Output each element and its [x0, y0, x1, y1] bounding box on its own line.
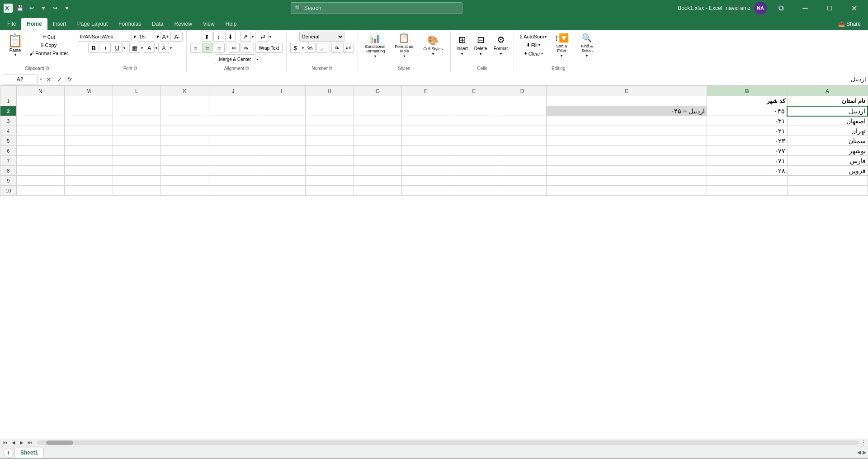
clear-dropdown-icon[interactable]: ▾: [541, 52, 543, 56]
cell-H5[interactable]: [305, 136, 354, 146]
cell-M10[interactable]: [65, 186, 113, 196]
cell-C4[interactable]: [546, 126, 707, 136]
merge-center-dropdown-icon[interactable]: ▾: [256, 57, 258, 61]
sheet-last-btn[interactable]: ⏭: [26, 439, 33, 446]
cell-F5[interactable]: [402, 136, 450, 146]
fill-color-button[interactable]: A: [144, 43, 155, 53]
cell-K7[interactable]: [161, 156, 209, 166]
cell-H9[interactable]: [305, 176, 354, 186]
borders-button[interactable]: ▦: [129, 43, 140, 53]
format-painter-button[interactable]: 🖌 Format Painter: [28, 50, 70, 57]
col-header-N[interactable]: N: [16, 86, 65, 96]
cell-I10[interactable]: [257, 186, 306, 196]
cell-L8[interactable]: [113, 166, 161, 176]
cell-A1[interactable]: نام استان: [787, 96, 868, 106]
cell-B5[interactable]: ۰۲۳: [707, 136, 788, 146]
cell-K4[interactable]: [161, 126, 209, 136]
cell-B9[interactable]: [707, 176, 788, 186]
decrease-decimal-button[interactable]: ◂.0: [343, 43, 354, 53]
minimize-btn[interactable]: ─: [795, 0, 816, 16]
cell-D5[interactable]: [498, 136, 547, 146]
cell-F3[interactable]: [402, 116, 450, 126]
cell-I3[interactable]: [257, 116, 306, 126]
cell-K5[interactable]: [161, 136, 209, 146]
tab-formulas[interactable]: Formulas: [113, 18, 146, 30]
cell-D6[interactable]: [498, 146, 547, 156]
cell-G7[interactable]: [354, 156, 402, 166]
align-center-button[interactable]: ≡: [202, 43, 213, 53]
cell-F6[interactable]: [402, 146, 450, 156]
increase-decimal-button[interactable]: .0▸: [331, 43, 342, 53]
cell-H7[interactable]: [305, 156, 354, 166]
cell-B10[interactable]: [707, 186, 788, 196]
col-header-K[interactable]: K: [161, 86, 209, 96]
cell-E6[interactable]: [450, 146, 498, 156]
cell-F4[interactable]: [402, 126, 450, 136]
currency-button[interactable]: $: [290, 43, 301, 53]
cell-C5[interactable]: [546, 136, 707, 146]
cell-F2[interactable]: [402, 106, 450, 116]
cell-A3[interactable]: اصفهان: [787, 116, 868, 126]
paste-dropdown-icon[interactable]: ▾: [14, 53, 16, 57]
bold-button[interactable]: B: [88, 43, 99, 53]
col-header-I[interactable]: I: [257, 86, 306, 96]
sheet-nav-left-icon[interactable]: ◀: [857, 450, 861, 455]
wrap-text-button[interactable]: Wrap Text: [255, 43, 283, 53]
number-dialog-icon[interactable]: ⧉: [329, 66, 332, 71]
comma-button[interactable]: ,: [316, 43, 327, 53]
cell-reference-box[interactable]: [2, 75, 38, 84]
cell-J7[interactable]: [209, 156, 257, 166]
align-right-button[interactable]: ≡: [214, 43, 225, 53]
cell-C2[interactable]: اردبیل = ۰۴۵: [546, 106, 707, 116]
format-cells-button[interactable]: ⚙ Format ▾: [491, 33, 510, 58]
cell-F10[interactable]: [402, 186, 450, 196]
copy-button[interactable]: ⎘ Copy: [28, 42, 70, 49]
col-header-B[interactable]: B: [707, 86, 788, 96]
restore-window-btn[interactable]: ⧉: [770, 0, 791, 16]
percent-button[interactable]: %: [305, 43, 316, 53]
sheet-nav-right-icon[interactable]: ▶: [863, 450, 866, 455]
cell-I9[interactable]: [257, 176, 306, 186]
indent-decrease-button[interactable]: ⇐: [229, 43, 240, 53]
cell-K2[interactable]: [161, 106, 209, 116]
cell-I5[interactable]: [257, 136, 306, 146]
cell-D9[interactable]: [498, 176, 547, 186]
col-header-H[interactable]: H: [305, 86, 354, 96]
clear-button[interactable]: ✦ Clear ▾: [518, 50, 548, 57]
cell-F1[interactable]: [402, 96, 450, 106]
cell-styles-button[interactable]: 🎨 Cell Styles ▾: [420, 33, 447, 58]
cell-A9[interactable]: [787, 176, 868, 186]
formula-confirm-btn[interactable]: ✓: [55, 75, 65, 84]
borders-dropdown-icon[interactable]: ▾: [141, 46, 143, 50]
cell-J2[interactable]: [209, 106, 257, 116]
tab-help[interactable]: Help: [220, 18, 242, 30]
cell-D8[interactable]: [498, 166, 547, 176]
cell-G3[interactable]: [354, 116, 402, 126]
cell-K1[interactable]: [161, 96, 209, 106]
col-header-D[interactable]: D: [498, 86, 547, 96]
add-sheet-button[interactable]: +: [4, 448, 14, 458]
text-direction-button[interactable]: ⇄: [258, 32, 269, 42]
cell-D7[interactable]: [498, 156, 547, 166]
cell-J5[interactable]: [209, 136, 257, 146]
cell-B8[interactable]: ۰۲۸: [707, 166, 788, 176]
cell-M5[interactable]: [65, 136, 113, 146]
insert-cells-button[interactable]: ⊞ Insert ▾: [454, 33, 470, 58]
paste-button[interactable]: 📋 Paste ▾: [4, 32, 27, 58]
autosum-dropdown-icon[interactable]: ▾: [545, 35, 547, 39]
cell-N5[interactable]: [16, 136, 65, 146]
tab-review[interactable]: Review: [169, 18, 197, 30]
fmt-table-dropdown-icon[interactable]: ▾: [403, 54, 405, 58]
align-bottom-button[interactable]: ⬇: [225, 32, 236, 42]
align-left-button[interactable]: ≡: [190, 43, 201, 53]
format-cells-dropdown-icon[interactable]: ▾: [500, 52, 502, 56]
cell-C7[interactable]: [546, 156, 707, 166]
cell-M6[interactable]: [65, 146, 113, 156]
font-size-input[interactable]: [137, 32, 155, 42]
cell-I1[interactable]: [257, 96, 306, 106]
cell-A10[interactable]: [787, 186, 868, 196]
cell-D2[interactable]: [498, 106, 547, 116]
cell-J3[interactable]: [209, 116, 257, 126]
sheet-tab-sheet1[interactable]: Sheet1: [14, 448, 44, 458]
cell-A7[interactable]: فارس: [787, 156, 868, 166]
